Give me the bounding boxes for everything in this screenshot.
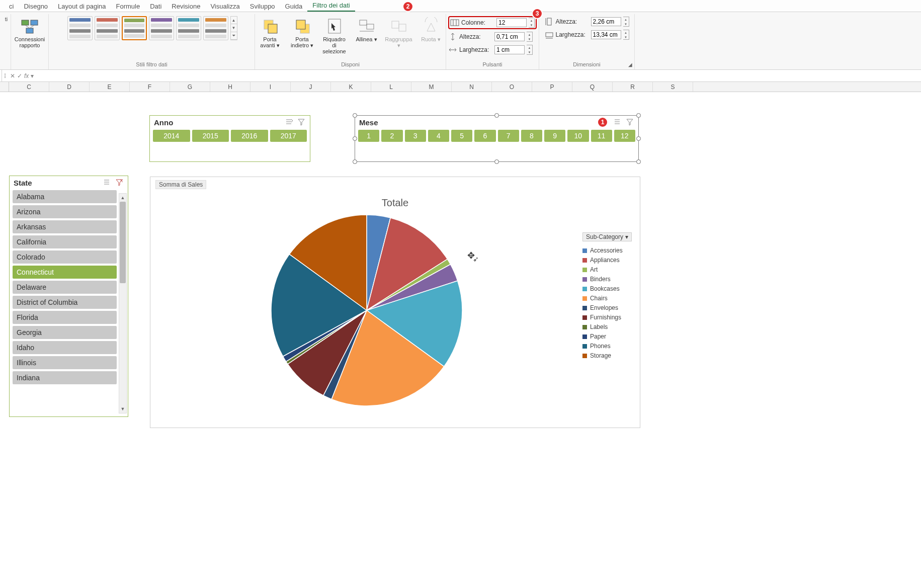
worksheet-area[interactable]: Anno 2014201520162017 Mese 1 12345678910… — [0, 92, 921, 444]
slicer-style-gallery[interactable]: ▲ ▼ ⏷ — [66, 16, 237, 40]
mese-slicer-item[interactable]: 3 — [405, 130, 426, 142]
allinea-button[interactable]: Allinea ▾ — [352, 16, 381, 43]
porta-avanti-button[interactable]: Porta avanti ▾ — [256, 16, 285, 49]
slicer-style-option[interactable] — [203, 16, 228, 40]
mese-slicer-item[interactable]: 8 — [521, 130, 542, 142]
altezza-dim-spinner[interactable]: ▲▼ — [623, 17, 629, 27]
state-slicer-item[interactable]: California — [13, 235, 117, 248]
mese-slicer-item[interactable]: 12 — [614, 130, 635, 142]
gallery-down-icon[interactable]: ▼ — [231, 24, 237, 32]
state-slicer[interactable]: State AlabamaArizonaArkansasCaliforniaCo… — [9, 176, 128, 417]
tab-sviluppo[interactable]: Sviluppo — [245, 1, 280, 12]
multiselect-icon[interactable] — [103, 178, 112, 187]
larghezza-btn-spinner[interactable]: ▲▼ — [527, 45, 533, 55]
column-header[interactable]: D — [49, 82, 90, 92]
column-header[interactable]: C — [9, 82, 49, 92]
column-header[interactable]: J — [291, 82, 331, 92]
tab-formule[interactable]: Formule — [111, 1, 145, 12]
formula-input[interactable] — [36, 72, 921, 79]
slicer-style-option[interactable] — [67, 16, 93, 40]
state-slicer-item[interactable]: Illinois — [13, 356, 117, 369]
mese-slicer-item[interactable]: 11 — [591, 130, 612, 142]
state-slicer-item[interactable]: Indiana — [13, 371, 117, 384]
state-slicer-item[interactable]: District of Columbia — [13, 296, 117, 309]
state-slicer-item[interactable]: Georgia — [13, 326, 117, 339]
column-header[interactable]: Q — [572, 82, 613, 92]
column-header[interactable]: L — [371, 82, 411, 92]
riquadro-selezione-button[interactable]: Riquadro di selezione — [320, 16, 349, 55]
state-slicer-item[interactable]: Delaware — [13, 281, 117, 294]
slicer-style-option[interactable] — [122, 16, 147, 40]
column-header[interactable]: G — [170, 82, 210, 92]
state-slicer-item[interactable]: Colorado — [13, 250, 117, 264]
mese-slicer-item[interactable]: 9 — [544, 130, 565, 142]
slicer-style-option[interactable] — [176, 16, 201, 40]
state-slicer-scrollbar[interactable]: ▲ ▼ — [119, 193, 127, 413]
scroll-thumb[interactable] — [120, 202, 126, 283]
tab-layout[interactable]: Layout di pagina — [53, 1, 111, 12]
colonne-input[interactable] — [496, 18, 527, 27]
clear-filter-icon[interactable] — [115, 178, 124, 187]
anno-slicer-item[interactable]: 2017 — [270, 130, 307, 142]
column-header[interactable]: I — [250, 82, 291, 92]
tab-ci[interactable]: ci — [4, 1, 19, 12]
scroll-up-icon[interactable]: ▲ — [119, 194, 126, 202]
altezza-btn-spinner[interactable]: ▲▼ — [527, 32, 533, 42]
formula-dropdown-icon[interactable]: ▾ — [31, 72, 34, 79]
gallery-scroll[interactable]: ▲ ▼ ⏷ — [230, 16, 237, 40]
fx-icon[interactable]: fx — [24, 72, 29, 79]
mese-slicer-item[interactable]: 5 — [451, 130, 472, 142]
tab-filtro-dati[interactable]: Filtro dei dati — [307, 0, 355, 12]
mese-slicer[interactable]: Mese 1 123456789101112 — [355, 115, 639, 162]
scroll-down-icon[interactable]: ▼ — [119, 405, 126, 413]
mese-slicer-item[interactable]: 1 — [358, 130, 379, 142]
mese-slicer-item[interactable]: 2 — [381, 130, 402, 142]
anno-slicer-item[interactable]: 2015 — [192, 130, 229, 142]
legend-field-button[interactable]: Sub-Category ▾ — [582, 232, 632, 241]
porta-indietro-button[interactable]: Porta indietro ▾ — [288, 16, 317, 49]
tab-visualizza[interactable]: Visualizza — [205, 1, 244, 12]
cancel-formula-icon[interactable]: ✕ — [10, 72, 15, 79]
altezza-dim-input[interactable] — [591, 17, 621, 26]
colonne-spinner[interactable]: ▲▼ — [529, 18, 535, 28]
column-header[interactable]: K — [331, 82, 371, 92]
mese-slicer-item[interactable]: 10 — [567, 130, 589, 142]
state-slicer-item[interactable]: Connecticut — [13, 266, 117, 279]
state-slicer-item[interactable]: Arizona — [13, 205, 117, 218]
multiselect-icon[interactable] — [285, 118, 294, 127]
column-header[interactable]: O — [492, 82, 532, 92]
select-all-corner[interactable] — [0, 82, 9, 92]
slicer-style-option[interactable] — [95, 16, 120, 40]
column-header[interactable]: H — [210, 82, 250, 92]
gallery-more-icon[interactable]: ⏷ — [231, 32, 237, 40]
mese-slicer-item[interactable]: 7 — [498, 130, 519, 142]
slicer-style-option[interactable] — [149, 16, 174, 40]
tab-guida[interactable]: Guida — [280, 1, 308, 12]
state-slicer-item[interactable]: Idaho — [13, 341, 117, 354]
anno-slicer-item[interactable]: 2016 — [231, 130, 268, 142]
anno-slicer-item[interactable]: 2014 — [153, 130, 190, 142]
chart-field-button[interactable]: Somma di Sales — [155, 180, 206, 189]
state-slicer-item[interactable]: Arkansas — [13, 220, 117, 233]
column-header[interactable]: M — [411, 82, 452, 92]
state-slicer-item[interactable]: Florida — [13, 311, 117, 324]
clear-filter-icon[interactable] — [297, 118, 306, 127]
multiselect-icon[interactable] — [613, 118, 622, 127]
clear-filter-icon[interactable] — [625, 118, 634, 127]
column-header[interactable]: S — [653, 82, 693, 92]
gallery-up-icon[interactable]: ▲ — [231, 17, 237, 24]
tab-disegno[interactable]: Disegno — [19, 1, 53, 12]
namebox-dropdown-icon[interactable]: ⁞ — [2, 72, 8, 79]
column-header[interactable]: E — [90, 82, 130, 92]
anno-slicer[interactable]: Anno 2014201520162017 — [149, 115, 310, 162]
mese-slicer-item[interactable]: 4 — [428, 130, 449, 142]
tab-dati[interactable]: Dati — [145, 1, 166, 12]
column-header[interactable]: N — [452, 82, 492, 92]
column-header[interactable]: F — [130, 82, 170, 92]
altezza-btn-input[interactable] — [494, 32, 525, 41]
state-slicer-item[interactable]: Alabama — [13, 190, 117, 203]
dimensioni-dialog-launcher[interactable]: ◢ — [628, 62, 633, 68]
column-header[interactable]: R — [613, 82, 653, 92]
larghezza-btn-input[interactable] — [494, 45, 525, 54]
mese-slicer-item[interactable]: 6 — [474, 130, 495, 142]
